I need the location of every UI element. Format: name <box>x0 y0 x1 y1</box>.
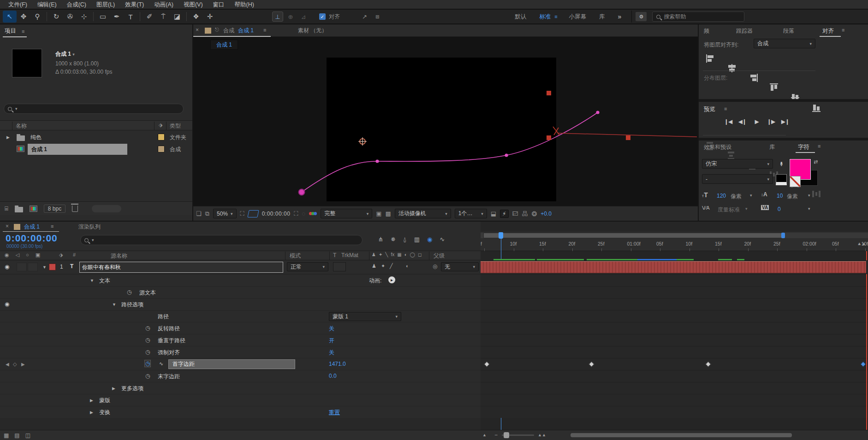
preview-panel-tab[interactable]: 预览 <box>704 106 715 113</box>
workspace-overflow-button[interactable]: » <box>612 13 628 20</box>
stopwatch-icon[interactable]: ◷ <box>144 360 151 367</box>
zoom-out-icon[interactable]: − <box>494 432 498 438</box>
world-axis-mode-icon[interactable]: ⊕ <box>285 12 296 22</box>
swap-fill-stroke-icon[interactable]: ⇄ <box>814 159 818 165</box>
track-row[interactable] <box>481 358 868 370</box>
panel-tab-库[interactable]: 库 <box>769 143 775 151</box>
project-tab[interactable]: 项目 <box>5 27 16 35</box>
project-row[interactable]: 合成 1合成 <box>0 143 192 155</box>
property-row-路径选项[interactable]: ◉▼路径选项 <box>0 298 481 310</box>
viewer-tab-lock-icon[interactable]: ⎋ <box>215 27 219 33</box>
font-style-dropdown[interactable]: -▾ <box>702 174 773 184</box>
group-expander-icon[interactable]: ▼ <box>112 302 116 307</box>
work-area-end-handle[interactable] <box>781 233 785 238</box>
track-row[interactable] <box>481 406 868 418</box>
stopwatch-icon[interactable]: ◷ <box>145 349 150 355</box>
layer-audio-toggle[interactable] <box>17 263 27 271</box>
keyframe-diamond[interactable] <box>860 361 866 367</box>
timeline-comp-tab[interactable]: 合成 1 <box>24 223 40 231</box>
property-row-垂直于路径[interactable]: ◷垂直于路径开 <box>0 334 481 346</box>
switch-column-icon[interactable]: fx <box>391 252 394 257</box>
kerning-caret-icon[interactable]: ▾ <box>745 206 748 211</box>
layer-switch-icon[interactable]: ╱ <box>390 263 393 269</box>
zoom-bracket-icon[interactable]: ▲ <box>482 433 487 437</box>
font-family-dropdown[interactable]: 仿宋▾ <box>702 159 773 169</box>
comp-breadcrumb-button[interactable]: 合成 1 <box>210 40 238 50</box>
next-frame-button[interactable]: ❙▶ <box>765 117 777 127</box>
label-color-chip[interactable] <box>158 146 165 153</box>
layer-mode-dropdown[interactable]: 正常▾ <box>287 262 328 271</box>
property-row-反转路径[interactable]: ◷反转路径关 <box>0 322 481 334</box>
property-row-末字边距[interactable]: ◷末字边距0.0 <box>0 370 481 382</box>
label-color-chip[interactable] <box>158 134 165 141</box>
align-top-button[interactable] <box>769 83 779 93</box>
layer-trkmat-dropdown[interactable] <box>333 262 346 271</box>
mask-path-dropdown[interactable]: 蒙版 1▾ <box>329 312 401 321</box>
menu-item[interactable]: 动画(A) <box>149 0 178 9</box>
menu-item[interactable]: 合成(C) <box>62 0 91 9</box>
brush-tool-icon[interactable]: ✐ <box>143 11 156 23</box>
leading-value[interactable]: 10 <box>777 193 783 199</box>
trkmat-t-header[interactable]: T <box>333 252 336 258</box>
stopwatch-icon[interactable]: ◷ <box>127 289 131 295</box>
keyframe-diamond[interactable] <box>589 361 595 367</box>
track-row[interactable] <box>481 382 868 394</box>
view-layout-dropdown[interactable]: 活动摄像机▾ <box>395 209 451 218</box>
track-row[interactable] <box>481 310 868 322</box>
property-row-首字边距[interactable]: ◀◇▶◷∿首字边距1471.0 <box>0 358 481 370</box>
timeline-horizontal-scrollbar[interactable] <box>571 433 792 437</box>
timeline-tab-close-icon[interactable]: × <box>6 223 9 229</box>
menu-item[interactable]: 文件(F) <box>4 0 32 9</box>
switch-column-icon[interactable]: ◯ <box>410 252 415 257</box>
switch-column-icon[interactable]: ◐ <box>404 252 407 257</box>
region-of-interest-icon[interactable]: ⛶ <box>240 210 244 217</box>
prev-keyframe-icon[interactable]: ◀ <box>6 362 9 367</box>
render-queue-tab[interactable]: 渲染队列 <box>78 223 101 231</box>
add-keyframe-icon[interactable]: ◇ <box>13 361 17 367</box>
prev-frame-button[interactable]: ◀❙ <box>736 117 749 127</box>
group-expander-icon[interactable]: ▼ <box>90 278 94 283</box>
keyframe-diamond[interactable] <box>705 361 711 367</box>
view-axis-mode-icon[interactable]: ⊿ <box>298 12 309 22</box>
show-snapshot-icon[interactable]: ◌ <box>302 210 305 217</box>
property-eye-icon[interactable]: ◉ <box>5 301 9 307</box>
timeline-tab-menu-icon[interactable]: ≡ <box>51 223 54 229</box>
no-color-icon[interactable] <box>790 176 801 187</box>
layer-solo-toggle[interactable] <box>28 263 38 271</box>
layer-duration-bar[interactable] <box>481 261 866 273</box>
shared-view-icon[interactable]: ↗ <box>362 13 367 20</box>
type-tool-icon[interactable]: T <box>124 11 137 23</box>
current-time-indicator-head[interactable] <box>499 232 503 239</box>
property-value[interactable]: 1471.0 <box>329 361 346 367</box>
project-search-box[interactable]: ▾ <box>4 104 184 114</box>
right-tab-对齐[interactable]: 对齐 <box>822 27 834 35</box>
parent-dropdown[interactable]: 无▾ <box>441 262 479 271</box>
viewer-timecode[interactable]: 0:00:00:00 <box>262 211 291 217</box>
name-column-header[interactable]: 名称 <box>16 122 27 130</box>
transparency-grid-icon[interactable]: ▩ <box>385 210 391 217</box>
group-expander-icon[interactable]: ▶ <box>90 398 93 403</box>
channels-icon[interactable] <box>309 212 317 215</box>
switch-column-icon[interactable]: ▦ <box>397 252 401 257</box>
parent-pickwhip-icon[interactable]: ◎ <box>433 263 437 270</box>
menu-item[interactable]: 帮助(H) <box>230 0 259 9</box>
snapshot-icon[interactable]: ⛶ <box>294 210 298 217</box>
solo-column-icon[interactable]: ○ <box>26 252 29 258</box>
menu-item[interactable]: 图层(L) <box>92 0 119 9</box>
current-timecode[interactable]: 0:00:00:00 <box>6 233 58 244</box>
project-panel-menu-icon[interactable]: ≡ <box>22 29 25 34</box>
frame-blend-icon[interactable]: ▥ <box>414 236 420 243</box>
exposure-shutter-icon[interactable]: ❂ <box>532 210 537 217</box>
mode-column-header[interactable]: 模式 <box>290 252 301 260</box>
first-frame-button[interactable]: ❙◀ <box>722 117 734 127</box>
track-row[interactable] <box>481 274 868 286</box>
fast-preview-region-icon[interactable]: ▣ <box>376 210 381 217</box>
flowchart-button-icon[interactable]: 品 <box>522 210 528 218</box>
clone-stamp-tool-icon[interactable]: ⍑ <box>156 11 170 23</box>
viewer-tab-close-icon[interactable]: × <box>196 27 199 33</box>
type-column-header[interactable]: 类型 <box>170 122 181 130</box>
lock-column-icon[interactable]: ▣ <box>36 252 40 258</box>
menu-item[interactable]: 效果(T) <box>120 0 149 9</box>
align-bottom-button[interactable] <box>812 102 822 112</box>
timeline-search-box[interactable]: ▾ <box>80 235 363 245</box>
